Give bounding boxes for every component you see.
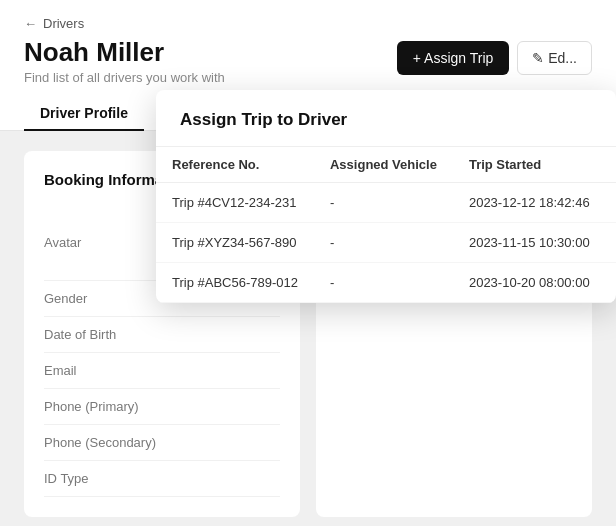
dob-label: Date of Birth	[44, 327, 164, 342]
cell-started: 2023-12-12 18:42:46	[453, 183, 606, 223]
table-row[interactable]: Trip #XYZ34-567-890 - 2023-11-15 10:30:0…	[156, 223, 616, 263]
cell-vehicle: -	[314, 223, 453, 263]
cell-started: 2023-10-20 08:00:00	[453, 263, 606, 303]
header-actions: + Assign Trip ✎ Ed...	[397, 41, 592, 75]
assign-trip-button[interactable]: + Assign Trip	[397, 41, 510, 75]
field-phone-secondary: Phone (Secondary)	[44, 425, 280, 461]
cell-vehicle: -	[314, 183, 453, 223]
page-subtitle: Find list of all drivers you work with	[24, 70, 225, 85]
page-title-section: Noah Miller Find list of all drivers you…	[24, 37, 225, 97]
cell-reference: Trip #ABC56-789-012	[156, 263, 314, 303]
phone-secondary-label: Phone (Secondary)	[44, 435, 164, 450]
breadcrumb: ← Drivers	[24, 16, 592, 31]
back-arrow-icon[interactable]: ←	[24, 16, 37, 31]
id-type-label: ID Type	[44, 471, 164, 486]
avatar-label: Avatar	[44, 235, 164, 250]
gender-label: Gender	[44, 291, 164, 306]
table-row[interactable]: Trip #ABC56-789-012 - 2023-10-20 08:00:0…	[156, 263, 616, 303]
table-header-row: Reference No. Assigned Vehicle Trip Star…	[156, 147, 616, 183]
cell-started: 2023-11-15 10:30:00	[453, 223, 606, 263]
email-label: Email	[44, 363, 164, 378]
cell-reference: Trip #4CV12-234-231	[156, 183, 314, 223]
page-title: Noah Miller	[24, 37, 225, 68]
field-id-type: ID Type	[44, 461, 280, 497]
field-dob: Date of Birth	[44, 317, 280, 353]
edit-button[interactable]: ✎ Ed...	[517, 41, 592, 75]
modal-title: Assign Trip to Driver	[180, 110, 592, 130]
field-phone-primary: Phone (Primary)	[44, 389, 280, 425]
cell-vehicle: -	[314, 263, 453, 303]
col-reference: Reference No.	[156, 147, 314, 183]
trips-table: Reference No. Assigned Vehicle Trip Star…	[156, 147, 616, 303]
cell-ended: 2023-1...	[606, 263, 616, 303]
assign-trip-modal: Assign Trip to Driver Reference No. Assi…	[156, 90, 616, 303]
tab-driver-profile[interactable]: Driver Profile	[24, 97, 144, 131]
field-email: Email	[44, 353, 280, 389]
modal-header: Assign Trip to Driver	[156, 90, 616, 147]
cell-ended: 2023-1...	[606, 183, 616, 223]
cell-ended: 2023-1...	[606, 223, 616, 263]
cell-reference: Trip #XYZ34-567-890	[156, 223, 314, 263]
phone-primary-label: Phone (Primary)	[44, 399, 164, 414]
breadcrumb-label: Drivers	[43, 16, 84, 31]
col-ended: Trip En...	[606, 147, 616, 183]
col-started: Trip Started	[453, 147, 606, 183]
table-row[interactable]: Trip #4CV12-234-231 - 2023-12-12 18:42:4…	[156, 183, 616, 223]
col-vehicle: Assigned Vehicle	[314, 147, 453, 183]
